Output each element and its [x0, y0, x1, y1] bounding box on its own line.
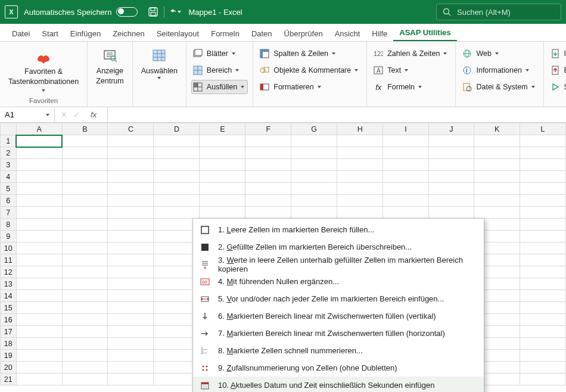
cell[interactable] [16, 195, 62, 207]
cell[interactable] [383, 183, 428, 195]
cell[interactable] [62, 266, 108, 278]
col-header[interactable]: K [474, 123, 520, 135]
cell[interactable] [337, 195, 383, 207]
tab-file[interactable]: Datei [6, 26, 36, 41]
select-all-corner[interactable] [1, 123, 17, 135]
cell[interactable] [520, 302, 566, 314]
cell[interactable] [291, 195, 337, 207]
cell[interactable] [520, 159, 566, 171]
favoriten-button[interactable]: Favoriten & Tastenkombinationen [5, 46, 82, 97]
cell[interactable] [108, 266, 154, 278]
zahlen-zeiten-button[interactable]: 123 Zahlen & Zeiten [372, 46, 450, 61]
cell[interactable] [520, 207, 566, 219]
cell[interactable] [62, 278, 108, 290]
export-button[interactable]: Export [549, 63, 566, 77]
name-box[interactable]: A1 [0, 107, 55, 122]
row-header[interactable]: 2 [1, 147, 17, 159]
cell[interactable] [154, 195, 200, 207]
cell[interactable] [16, 338, 62, 350]
cell[interactable] [383, 195, 428, 207]
cell[interactable] [337, 207, 383, 219]
cell[interactable] [474, 171, 520, 183]
col-header[interactable]: F [245, 123, 291, 135]
cell[interactable] [520, 183, 566, 195]
cell[interactable] [62, 242, 108, 254]
menu-item-10[interactable]: 10. Aktuelles Datum und Zeit einschließl… [193, 377, 484, 392]
cell[interactable] [108, 278, 154, 290]
anzeige-zentrum-button[interactable]: Anzeige Zentrum [92, 45, 127, 87]
cell[interactable] [108, 338, 154, 350]
cell[interactable] [16, 290, 62, 302]
cell[interactable] [62, 326, 108, 338]
tab-layout[interactable]: Seitenlayout [151, 26, 206, 41]
cell[interactable] [62, 302, 108, 314]
cell[interactable] [428, 171, 474, 183]
col-header[interactable]: I [383, 123, 428, 135]
cell[interactable] [16, 266, 62, 278]
cell[interactable] [520, 219, 566, 231]
cell[interactable] [428, 207, 474, 219]
toggle-switch-icon[interactable] [116, 7, 138, 17]
menu-item-8[interactable]: 1—2—8. Markierte Zellen schnell nummerie… [193, 342, 484, 359]
row-header[interactable]: 9 [1, 231, 17, 242]
cell[interactable] [16, 171, 62, 183]
bereich-button[interactable]: Bereich [191, 63, 248, 77]
cell[interactable] [291, 159, 337, 171]
cell[interactable] [291, 135, 337, 147]
cell[interactable] [62, 135, 108, 147]
menu-item-3[interactable]: 3. Werte in leere Zellen unterhalb gefül… [193, 256, 484, 273]
row-header[interactable]: 6 [1, 195, 17, 207]
cell[interactable] [108, 290, 154, 302]
formeln-button[interactable]: fx Formeln [372, 80, 450, 94]
cell[interactable] [245, 183, 291, 195]
cell[interactable] [474, 135, 520, 147]
cell[interactable] [520, 278, 566, 290]
cell[interactable] [16, 207, 62, 219]
row-header[interactable]: 1 [1, 135, 17, 147]
cell[interactable] [154, 135, 200, 147]
cell[interactable] [108, 374, 154, 385]
cell[interactable] [16, 278, 62, 290]
search-box[interactable]: Suchen (Alt+M) [436, 4, 561, 20]
cell[interactable] [291, 183, 337, 195]
col-header[interactable]: E [200, 123, 245, 135]
cell[interactable] [474, 159, 520, 171]
col-header[interactable]: L [520, 123, 566, 135]
row-header[interactable]: 10 [1, 242, 17, 254]
cell[interactable] [16, 314, 62, 326]
cell[interactable] [108, 183, 154, 195]
cell[interactable] [200, 171, 245, 183]
cell[interactable] [383, 207, 428, 219]
cell[interactable] [62, 350, 108, 362]
row-header[interactable]: 3 [1, 159, 17, 171]
cell[interactable] [108, 219, 154, 231]
save-icon[interactable] [147, 6, 159, 18]
col-header[interactable]: C [108, 123, 154, 135]
col-header[interactable]: J [428, 123, 474, 135]
cell[interactable] [520, 171, 566, 183]
row-header[interactable]: 4 [1, 171, 17, 183]
cell[interactable] [520, 135, 566, 147]
cell[interactable] [62, 219, 108, 231]
tab-asap-utilities[interactable]: ASAP Utilities [393, 24, 456, 41]
cell[interactable] [200, 183, 245, 195]
cell[interactable] [428, 183, 474, 195]
tab-view[interactable]: Ansicht [329, 26, 366, 41]
cell[interactable] [108, 195, 154, 207]
tab-start[interactable]: Start [36, 26, 64, 41]
fx-icon[interactable]: fx [86, 110, 101, 119]
row-header[interactable]: 18 [1, 338, 17, 350]
cell[interactable] [108, 362, 154, 374]
ausfullen-button[interactable]: Ausfüllen [191, 80, 248, 94]
cell[interactable] [245, 147, 291, 159]
objekte-kommentare-button[interactable]: Objekte & Kommentare [258, 63, 362, 77]
confirm-icon[interactable]: ✓ [73, 110, 80, 119]
row-header[interactable]: 7 [1, 207, 17, 219]
menu-item-9[interactable]: 9. Zufallsnummerierung von Zellen (ohne … [193, 359, 484, 377]
row-header[interactable]: 14 [1, 290, 17, 302]
row-header[interactable]: 5 [1, 183, 17, 195]
start-button[interactable]: Start [549, 80, 566, 94]
col-header[interactable]: B [62, 123, 108, 135]
cell[interactable] [62, 183, 108, 195]
informationen-button[interactable]: i Informationen [461, 63, 538, 77]
